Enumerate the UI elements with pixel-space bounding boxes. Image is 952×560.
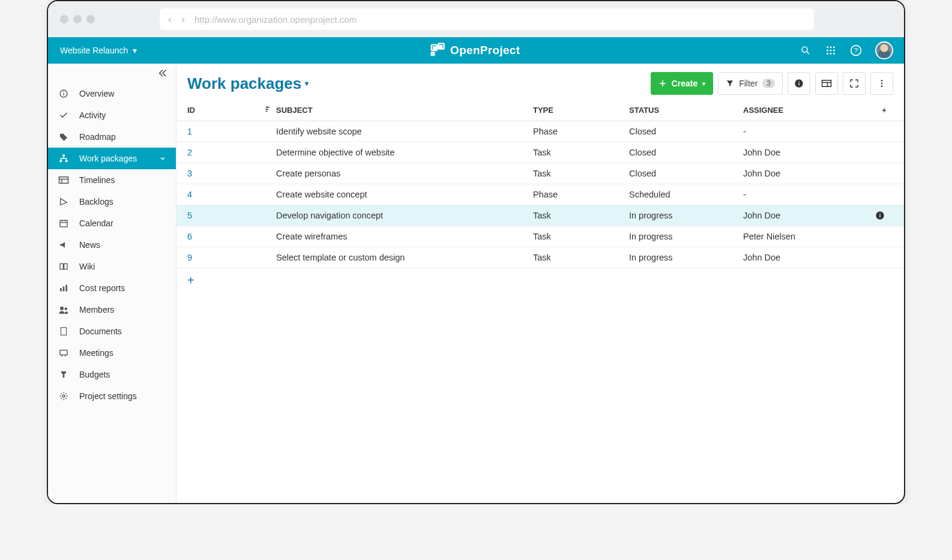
table-row[interactable]: 6Create wireframesTaskIn progressPeter N… <box>176 226 904 247</box>
wp-id-link[interactable]: 6 <box>187 232 265 241</box>
wp-subject: Select template or custom design <box>276 253 533 262</box>
sidebar-item-wiki[interactable]: Wiki <box>48 256 176 277</box>
table-row[interactable]: 1Identify website scopePhaseClosed- <box>176 121 904 142</box>
sidebar-item-work-packages[interactable]: Work packages <box>48 148 176 169</box>
fullscreen-icon <box>849 79 859 88</box>
info-button[interactable] <box>788 72 810 95</box>
forward-icon[interactable]: › <box>181 13 185 26</box>
svg-rect-47 <box>266 107 270 108</box>
table-row[interactable]: 9Select template or custom designTaskIn … <box>176 247 904 268</box>
svg-rect-7 <box>827 50 828 52</box>
svg-point-2 <box>802 47 807 52</box>
sidebar-item-label: Members <box>79 305 114 315</box>
wp-assignee: Peter Nielsen <box>743 232 875 241</box>
sidebar-item-calendar[interactable]: Calendar <box>48 212 176 234</box>
col-type-header[interactable]: TYPE <box>533 106 629 115</box>
sidebar-item-label: Roadmap <box>79 132 116 142</box>
svg-rect-41 <box>822 80 831 87</box>
kebab-icon <box>877 79 887 88</box>
url-text: http://www.organization.openproject.com <box>194 14 357 25</box>
info-icon <box>794 79 804 88</box>
add-row-button[interactable]: + <box>176 268 904 292</box>
svg-rect-6 <box>833 46 835 48</box>
help-icon[interactable]: ? <box>850 44 862 56</box>
sidebar-item-documents[interactable]: Documents <box>48 321 176 342</box>
sidebar-item-label: Documents <box>79 327 122 336</box>
wp-id-link[interactable]: 9 <box>187 253 265 262</box>
wp-type: Task <box>533 232 629 241</box>
sort-icon-slot[interactable] <box>265 106 276 115</box>
add-column-button[interactable]: + <box>875 106 893 115</box>
more-button[interactable] <box>870 72 893 95</box>
wp-assignee: John Doe <box>743 253 875 262</box>
brand-name: OpenProject <box>450 44 520 57</box>
sidebar-item-activity[interactable]: Activity <box>48 104 176 126</box>
book-icon <box>58 260 70 272</box>
table-row[interactable]: 5Develop navigation conceptTaskIn progre… <box>176 205 904 226</box>
wp-type: Phase <box>533 190 629 199</box>
sidebar-item-project-settings[interactable]: Project settings <box>48 385 176 407</box>
wp-id-link[interactable]: 3 <box>187 169 265 178</box>
col-status-header[interactable]: STATUS <box>629 106 743 115</box>
sidebar-item-roadmap[interactable]: Roadmap <box>48 126 176 148</box>
wp-status: In progress <box>629 253 743 262</box>
col-assignee-header[interactable]: ASSIGNEE <box>743 106 875 115</box>
svg-rect-39 <box>798 83 799 86</box>
sidebar-item-label: Activity <box>79 110 106 120</box>
svg-rect-34 <box>60 350 67 355</box>
filter-button[interactable]: Filter 3 <box>718 72 783 95</box>
svg-rect-48 <box>266 109 268 110</box>
create-button[interactable]: Create ▾ <box>651 72 714 95</box>
sort-icon <box>265 106 271 113</box>
sidebar-item-meetings[interactable]: Meetings <box>48 342 176 364</box>
wp-id-link[interactable]: 5 <box>187 211 265 220</box>
brand-logo-icon <box>429 42 445 59</box>
sidebar-item-cost-reports[interactable]: Cost reports <box>48 277 176 299</box>
sidebar-item-label: Calendar <box>79 218 113 228</box>
wp-subject: Create personas <box>276 169 533 178</box>
table-header: ID SUBJECT TYPE STATUS ASSIGNEE + <box>176 100 904 121</box>
wp-id-link[interactable]: 2 <box>187 148 265 157</box>
back-icon[interactable]: ‹ <box>168 13 172 26</box>
svg-point-37 <box>62 395 65 397</box>
search-icon[interactable] <box>800 44 812 56</box>
main-header: Work packages ▾ Create ▾ Filter 3 <box>176 64 904 100</box>
table-row[interactable]: 3Create personasTaskClosedJohn Doe <box>176 163 904 184</box>
svg-rect-16 <box>63 93 64 95</box>
gear-icon <box>58 390 70 402</box>
url-bar[interactable]: ‹ › http://www.organization.openproject.… <box>160 8 814 30</box>
table-row[interactable]: 4Create website conceptPhaseScheduled- <box>176 184 904 205</box>
wp-type: Task <box>533 148 629 157</box>
wp-id-link[interactable]: 4 <box>187 190 265 199</box>
svg-rect-19 <box>59 160 62 162</box>
brand: OpenProject <box>429 42 520 59</box>
col-id-header[interactable]: ID <box>187 106 265 115</box>
svg-rect-8 <box>830 50 832 52</box>
info-icon[interactable] <box>875 211 893 220</box>
project-selector[interactable]: Website Relaunch ▾ <box>48 46 149 55</box>
check-icon <box>58 109 70 121</box>
fullscreen-button[interactable] <box>843 72 866 95</box>
svg-rect-29 <box>63 286 65 291</box>
sidebar-item-timelines[interactable]: Timelines <box>48 169 176 191</box>
col-subject-header[interactable]: SUBJECT <box>276 106 533 115</box>
filter-label: Filter <box>739 79 758 88</box>
window-max-dot[interactable] <box>86 15 95 23</box>
page-title[interactable]: Work packages ▾ <box>187 74 309 93</box>
sidebar-item-budgets[interactable]: Budgets <box>48 364 176 385</box>
wp-id-link[interactable]: 1 <box>187 127 265 136</box>
user-avatar[interactable] <box>875 41 893 59</box>
sidebar-item-label: News <box>79 240 100 250</box>
view-mode-button[interactable] <box>815 72 838 95</box>
wp-subject: Determine objective of website <box>276 148 533 157</box>
apps-icon[interactable] <box>825 44 837 56</box>
table-row[interactable]: 2Determine objective of websiteTaskClose… <box>176 142 904 163</box>
sidebar-item-news[interactable]: News <box>48 234 176 256</box>
window-min-dot[interactable] <box>73 15 82 23</box>
sidebar-item-members[interactable]: Members <box>48 299 176 321</box>
sidebar-item-backlogs[interactable]: Backlogs <box>48 191 176 212</box>
sidebar-item-overview[interactable]: Overview <box>48 83 176 104</box>
sidebar-collapse-button[interactable] <box>48 64 176 83</box>
window-close-dot[interactable] <box>60 15 68 23</box>
budget-icon <box>58 369 70 381</box>
